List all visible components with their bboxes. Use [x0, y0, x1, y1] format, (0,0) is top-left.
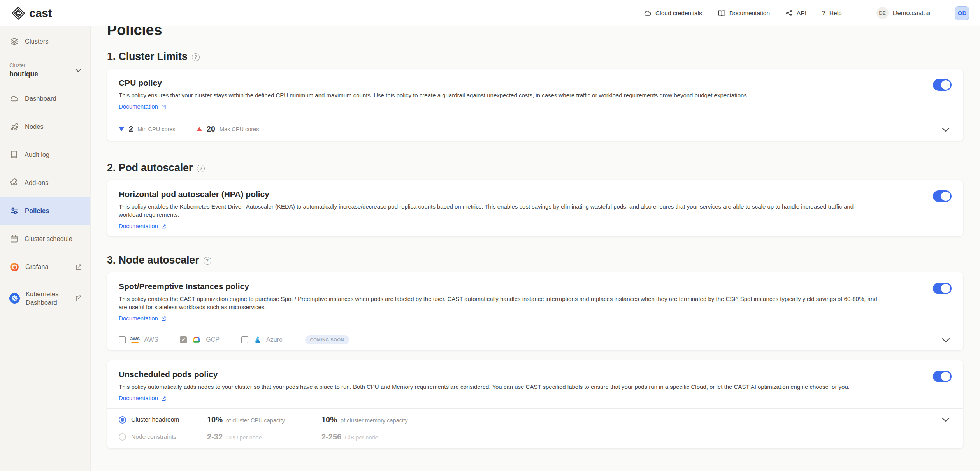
toggle-knob	[941, 80, 950, 90]
sidebar-item-label: Grafana	[25, 263, 49, 271]
cloud-icon	[9, 94, 19, 104]
external-link-icon	[161, 395, 167, 401]
hpa-policy-toggle[interactable]	[933, 190, 952, 202]
section-heading: 2. Pod autoscaler	[107, 162, 193, 174]
sidebar: Clusters Cluster boutique Dashboard Node…	[0, 26, 91, 471]
headroom-memory-caption: of cluster memory capacity	[341, 417, 407, 424]
azure-logo-icon	[253, 336, 262, 344]
api-icon	[785, 9, 793, 17]
cast-logo[interactable]: cast	[11, 6, 52, 21]
policies-page: Policies 1. Cluster Limits ? CPU policy …	[91, 0, 980, 448]
policy-title: Horizontal pod autoscaler (HPA) policy	[119, 190, 952, 199]
external-link-icon	[75, 294, 83, 302]
sidebar-item-label: Cluster schedule	[25, 235, 72, 243]
sliders-icon	[9, 206, 19, 216]
max-cpu-value: 20	[207, 125, 215, 134]
nav-cloud-credentials[interactable]: Cloud credentials	[643, 9, 702, 18]
max-cpu-label: Max CPU cores	[220, 126, 259, 132]
spot-policy-expand-row[interactable]: aws AWS ✓ GCP Azure	[107, 329, 963, 350]
constraints-cpu: 2-32 CPU per node	[207, 432, 321, 441]
sidebar-item-grafana[interactable]: Grafana	[0, 253, 90, 281]
option-label: Cluster headroom	[131, 416, 179, 423]
spot-policy-card: Spot/Preemptive Instances policy This po…	[107, 272, 963, 350]
cluster-selector[interactable]: Cluster boutique	[0, 57, 90, 84]
cpu-policy-toggle[interactable]	[933, 79, 952, 91]
documentation-link-label: Documentation	[119, 315, 158, 322]
headroom-memory-value: 10%	[321, 415, 337, 424]
node-constraints-row: Node constraints 2-32 CPU per node 2-256…	[119, 431, 928, 443]
calendar-icon	[9, 234, 19, 243]
gcp-checkbox[interactable]: ✓	[180, 336, 187, 343]
documentation-link[interactable]: Documentation	[119, 103, 167, 111]
headroom-cpu-value: 10%	[207, 415, 223, 424]
section-cluster-limits: 1. Cluster Limits ?	[107, 50, 963, 63]
policy-title: Unscheduled pods policy	[119, 370, 952, 379]
section-heading: 3. Node autoscaler	[107, 254, 199, 266]
sidebar-item-add-ons[interactable]: Add-ons	[0, 169, 90, 197]
constraints-cpu-caption: CPU per node	[226, 434, 262, 441]
option-label: Node constraints	[131, 433, 176, 440]
external-link-icon	[161, 104, 167, 110]
documentation-link[interactable]: Documentation	[119, 315, 167, 322]
notebook-icon	[9, 150, 19, 159]
chevron-down-icon[interactable]	[941, 417, 950, 422]
sidebar-item-nodes[interactable]: Nodes	[0, 112, 90, 141]
nav-label: API	[797, 10, 806, 17]
unscheduled-policy-toggle[interactable]	[933, 371, 952, 382]
sidebar-item-policies[interactable]: Policies	[0, 197, 90, 225]
sidebar-item-audit-log[interactable]: Audit log	[0, 141, 90, 169]
documentation-link[interactable]: Documentation	[119, 222, 167, 230]
sidebar-item-label: Policies	[25, 207, 49, 214]
help-icon[interactable]: ?	[204, 257, 211, 265]
constraints-memory-caption: GiB per node	[345, 434, 378, 441]
cpu-policy-expand-row[interactable]: 2 Min CPU cores 20 Max CPU cores	[107, 117, 963, 141]
sidebar-item-label: Clusters	[25, 38, 49, 45]
cluster-headroom-radio[interactable]	[119, 416, 126, 424]
sidebar-item-cluster-schedule[interactable]: Cluster schedule	[0, 225, 90, 253]
help-icon[interactable]: ?	[197, 165, 205, 172]
constraints-cpu-value: 2-32	[207, 432, 223, 441]
chevron-down-icon[interactable]	[941, 338, 950, 343]
grafana-icon	[9, 262, 19, 272]
documentation-link[interactable]: Documentation	[119, 394, 167, 402]
min-triangle-icon	[119, 127, 124, 131]
nodes-icon	[9, 122, 19, 132]
headroom-cpu-caption: of cluster CPU capacity	[226, 417, 285, 424]
section-node-autoscaler: 3. Node autoscaler ?	[107, 254, 963, 266]
nav-label: Cloud credentials	[655, 10, 702, 17]
provider-azure: Azure	[241, 336, 283, 344]
puzzle-icon	[9, 178, 19, 187]
node-constraints-option: Node constraints	[119, 433, 207, 441]
cluster-selector-label: Cluster	[9, 62, 81, 68]
provider-label: AWS	[144, 336, 158, 343]
nav-label: Help	[829, 10, 842, 17]
layers-icon	[9, 37, 19, 46]
constraints-memory-value: 2-256	[321, 432, 341, 441]
nav-help[interactable]: ? Help	[822, 10, 842, 17]
external-link-icon	[75, 263, 83, 271]
chevron-down-icon[interactable]	[941, 127, 950, 132]
top-header: cast Cloud credentials Documentation API…	[0, 0, 980, 26]
sidebar-item-label: Kubernetes Dashboard	[26, 290, 76, 307]
sidebar-item-dashboard[interactable]: Dashboard	[0, 84, 90, 112]
org-selector[interactable]: DE Demo.cast.ai	[876, 7, 930, 19]
cpu-policy-card: CPU policy This policy ensures that your…	[107, 69, 963, 141]
spot-policy-toggle[interactable]	[933, 283, 952, 294]
documentation-link-label: Documentation	[119, 394, 158, 402]
aws-checkbox[interactable]	[119, 336, 126, 343]
sidebar-item-clusters[interactable]: Clusters	[0, 26, 90, 57]
user-avatar[interactable]: OD	[955, 6, 969, 20]
question-icon: ?	[822, 10, 826, 17]
help-icon[interactable]: ?	[192, 53, 200, 61]
nav-api[interactable]: API	[785, 9, 806, 17]
node-constraints-radio[interactable]	[119, 433, 126, 441]
cast-logo-icon	[11, 6, 26, 21]
unscheduled-policy-options[interactable]: Cluster headroom 10% of cluster CPU capa…	[107, 408, 963, 448]
nav-documentation[interactable]: Documentation	[718, 9, 770, 17]
documentation-link-label: Documentation	[119, 222, 158, 230]
sidebar-item-label: Dashboard	[25, 95, 56, 102]
policy-description: This policy enables the Kubernetes Event…	[119, 202, 924, 219]
sidebar-item-kubernetes-dashboard[interactable]: ☸ Kubernetes Dashboard	[0, 281, 90, 316]
sidebar-item-label: Audit log	[25, 151, 49, 158]
azure-checkbox[interactable]	[241, 336, 248, 343]
